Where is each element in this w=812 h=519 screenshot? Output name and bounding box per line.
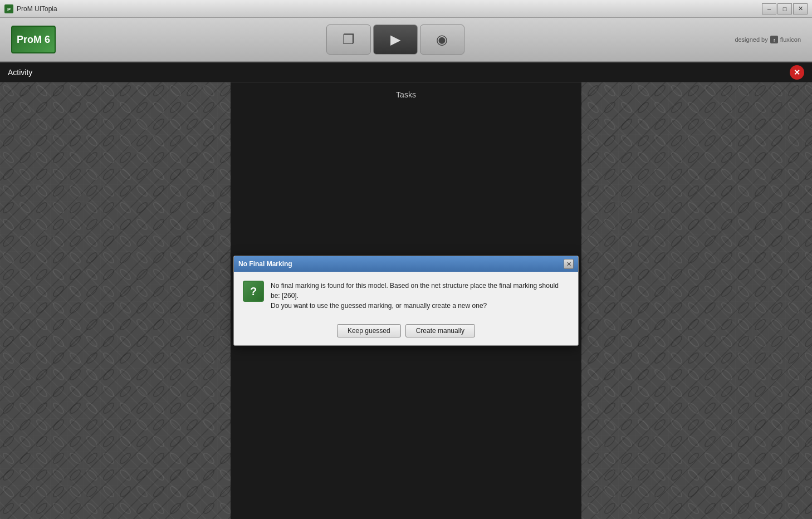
no-final-marking-dialog: No Final Marking ✕ ? No final marking is… [233, 256, 579, 346]
minimize-button[interactable]: – [762, 3, 776, 14]
app-logo-icon: P [4, 4, 13, 13]
window-title: ProM UITopia [17, 5, 762, 13]
keep-guessed-button[interactable]: Keep guessed [337, 324, 401, 337]
dialog-close-button[interactable]: ✕ [564, 259, 574, 269]
activity-bar: Activity ✕ [0, 62, 812, 82]
close-window-button[interactable]: ✕ [793, 3, 808, 14]
create-manually-button[interactable]: Create manually [405, 324, 475, 337]
svg-text:P: P [7, 7, 11, 12]
dialog-message-line2: Do you want to use the guessed marking, … [271, 302, 487, 310]
eye-icon: ◉ [436, 32, 448, 47]
dialog-footer: Keep guessed Create manually [234, 320, 578, 345]
question-icon: ? [243, 281, 264, 302]
copy-icon: ❐ [343, 32, 355, 47]
play-icon: ▶ [390, 32, 400, 47]
fluxicon-branding: designed by f fluxicon [735, 36, 801, 43]
main-content: Tasks No Final Marking ✕ ? No final mark… [0, 82, 812, 519]
maximize-button[interactable]: □ [777, 3, 792, 14]
dialog-body: ? No final marking is found for this mod… [234, 272, 578, 320]
close-activity-button[interactable]: ✕ [790, 65, 804, 80]
title-bar: P ProM UITopia – □ ✕ [0, 0, 812, 18]
fluxicon-logo-icon: f [770, 36, 778, 43]
prom-logo: ProM 6 [11, 26, 56, 53]
window-controls: – □ ✕ [762, 3, 808, 14]
play-button[interactable]: ▶ [373, 25, 418, 55]
dialog-titlebar: No Final Marking ✕ [234, 256, 578, 272]
eye-button[interactable]: ◉ [420, 25, 464, 55]
dialog-overlay: No Final Marking ✕ ? No final marking is… [0, 82, 812, 519]
activity-label: Activity [8, 68, 790, 77]
dialog-message-line1: No final marking is found for this model… [271, 282, 559, 300]
toolbar: ProM 6 ❐ ▶ ◉ designed by f fluxicon [0, 18, 812, 62]
dialog-title: No Final Marking [238, 260, 564, 268]
copy-button[interactable]: ❐ [326, 25, 371, 55]
dialog-message: No final marking is found for this model… [271, 281, 569, 311]
toolbar-buttons: ❐ ▶ ◉ [326, 25, 464, 55]
